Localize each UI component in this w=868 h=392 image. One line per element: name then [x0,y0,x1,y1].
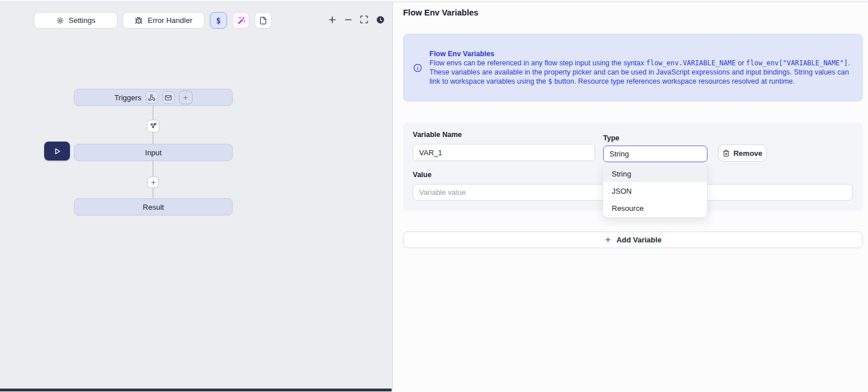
file-button[interactable] [255,12,272,29]
plus-icon [182,95,189,101]
webhook-icon [148,94,155,101]
info-banner: Flow Env Variables Flow envs can be refe… [403,34,863,101]
add-variable-label: Add Variable [616,236,662,244]
connector-line [153,106,154,120]
connector-line [153,161,154,177]
zoom-in-icon[interactable] [327,14,337,25]
fit-view-icon[interactable] [359,14,369,25]
variable-name-input[interactable] [413,144,595,161]
panel-title: Flow Env Variables [403,8,478,17]
remove-label: Remove [733,149,763,158]
main-layout: Settings Error Handler $ [0,2,868,391]
settings-button[interactable]: Settings [34,12,118,29]
flow-env-panel: Flow Env Variables Flow Env Variables Fl… [393,2,868,391]
recenter-icon[interactable] [375,14,385,25]
type-dropdown-menu: String JSON Resource [603,164,707,218]
info-body-text: button. Resource type references workspa… [552,77,795,85]
canvas-bottom-bar [0,389,392,391]
zoom-out-icon[interactable] [343,14,353,25]
gear-icon [56,17,64,25]
remove-variable-button[interactable]: Remove [718,144,767,162]
flow-toolbar: Settings Error Handler $ [34,12,272,29]
info-icon [413,63,423,73]
plus-icon [150,179,157,186]
triggers-node-label: Triggers [114,93,141,102]
plus-icon [604,236,612,244]
bug-icon [135,17,143,25]
flow-canvas[interactable]: Settings Error Handler $ [0,2,393,391]
value-label: Value [413,171,432,179]
play-icon [53,147,61,155]
result-node-label: Result [143,203,164,211]
mail-icon [165,94,172,101]
info-body-text: Flow envs can be referenced in any flow … [429,59,646,67]
run-flow-button[interactable] [44,142,70,160]
trigger-filter-button[interactable] [147,120,159,132]
type-label: Type [603,134,619,142]
info-code-bracket-syntax: flow_env["VARIABLE_NAME"] [746,59,848,67]
magic-wand-icon [237,16,245,25]
error-handler-label: Error Handler [147,16,192,25]
workspace-variables-button[interactable]: $ [210,12,227,29]
triggers-node[interactable]: Triggers [74,89,233,106]
add-trigger-button[interactable] [179,91,193,104]
dollar-icon: $ [216,16,221,25]
input-node[interactable]: Input [74,144,233,161]
add-step-button[interactable] [147,177,159,188]
result-node[interactable]: Result [74,198,233,215]
app-root: Settings Error Handler $ [0,0,868,391]
filter-icon [150,123,157,130]
connector-line [153,188,154,198]
trash-icon [722,150,730,157]
error-handler-button[interactable]: Error Handler [123,12,205,29]
ai-assistant-button[interactable] [232,12,249,29]
info-title: Flow Env Variables [429,49,853,58]
add-variable-button[interactable]: Add Variable [403,232,863,248]
type-select[interactable] [603,146,707,162]
connector-line [153,132,154,144]
info-body-text: or [736,59,746,67]
canvas-controls [327,14,385,25]
input-node-label: Input [145,148,162,157]
webhook-trigger-button[interactable] [146,91,158,104]
type-option-json[interactable]: JSON [603,182,707,199]
info-code-dot-syntax: flow_env.VARIABLE_NAME [646,59,736,67]
info-text: Flow Env Variables Flow envs can be refe… [429,49,853,86]
variable-name-label: Variable Name [413,131,462,139]
type-option-string[interactable]: String [603,165,707,182]
type-option-resource[interactable]: Resource [603,199,707,217]
settings-label: Settings [69,16,96,25]
email-trigger-button[interactable] [162,91,175,104]
document-icon [259,17,267,25]
